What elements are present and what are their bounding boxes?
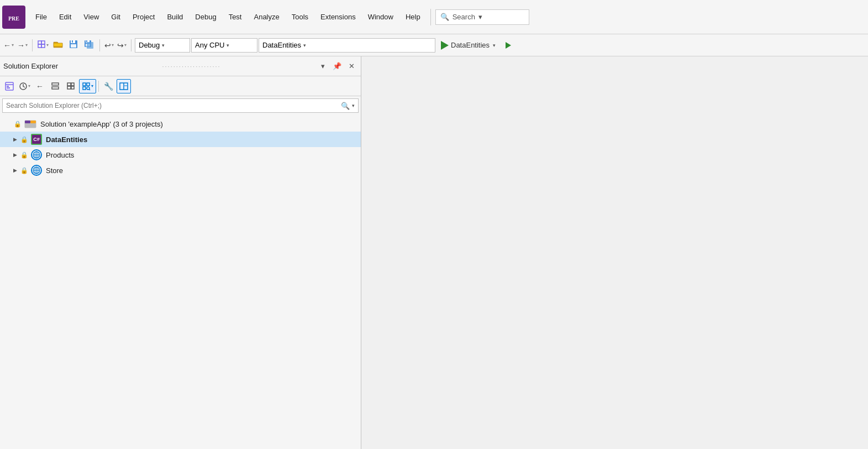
forward-icon: → [17,41,25,50]
search-dropdown-arrow[interactable]: ▾ [352,103,355,108]
play-small-icon [506,42,511,49]
wrench-icon: 🔧 [104,82,113,91]
sync-settings-button[interactable]: ▾ [79,79,96,93]
menu-git[interactable]: Git [106,11,126,23]
auto-hide-button[interactable]: 📌 [331,60,343,72]
dataentities-lock-icon: 🔒 [20,136,28,143]
svg-rect-37 [25,123,36,128]
menu-bar: PRE File Edit View Git Project Build Deb… [0,0,868,34]
menu-window[interactable]: Window [362,11,399,23]
menu-extensions[interactable]: Extensions [315,11,361,23]
project-arrow[interactable]: ▾ [303,43,306,48]
solution-explorer-panel: Solution Explorer ····················· … [0,56,361,449]
project-store-item[interactable]: 🔒 Store [0,163,361,178]
menu-build[interactable]: Build [161,11,188,23]
debug-configuration-dropdown[interactable]: Debug ▾ [135,38,190,53]
search-icon: 🔍 [341,102,350,110]
cpu-arrow[interactable]: ▾ [227,43,229,48]
solution-explorer-title: Solution Explorer [3,62,158,70]
forward-button[interactable]: → ▾ [16,38,29,53]
menu-view[interactable]: View [78,11,104,23]
history-button[interactable]: ▾ [18,79,31,93]
cpu-dropdown[interactable]: Any CPU ▾ [191,38,257,53]
svg-rect-14 [87,42,93,49]
menu-debug[interactable]: Debug [190,11,222,23]
products-expand-arrow[interactable] [11,151,19,159]
se-toolbar-sep [98,81,99,92]
toolbar-sep-1 [32,39,33,51]
store-label: Store [46,166,63,175]
global-search-box[interactable]: 🔍 Search ▾ [435,9,529,25]
history-icon [19,82,28,91]
open-folder-button[interactable] [51,38,65,53]
preview-button[interactable] [64,79,78,93]
preview-icon [66,82,75,91]
svg-line-30 [90,89,91,90]
sync-button[interactable]: ▾ [36,38,50,53]
pending-changes-icon [4,81,14,91]
search-dropdown-arrow[interactable]: ▾ [478,13,482,21]
svg-rect-24 [67,86,71,89]
store-expand-arrow[interactable] [11,166,19,174]
toggle-view-button[interactable] [48,79,62,93]
svg-rect-2 [38,41,41,44]
back-se-icon: ← [36,82,44,91]
close-panel-button[interactable]: ✕ [345,60,357,72]
run-arrow[interactable]: ▾ [493,43,496,48]
solution-icon [24,118,36,130]
pending-changes-button[interactable] [2,79,17,93]
dataentities-label: DataEntities [46,135,87,144]
main-area: Solution Explorer ····················· … [0,56,868,449]
undo-button[interactable]: ↩ ▾ [103,38,115,53]
back-button[interactable]: ← ▾ [2,38,15,53]
solution-root-item[interactable]: 🔒 Solution 'exampleApp' (3 of 3 projects… [0,116,361,132]
toggle-view-icon [51,82,60,91]
save-all-icon [84,40,94,50]
menu-test[interactable]: Test [223,11,248,23]
svg-rect-20 [52,83,59,85]
svg-point-29 [87,87,90,90]
debug-config-arrow[interactable]: ▾ [162,43,165,48]
back-arrow[interactable]: ▾ [12,43,14,48]
svg-rect-17 [7,86,9,87]
svg-rect-13 [86,40,87,42]
menu-project[interactable]: Project [127,11,160,23]
solution-explorer-search[interactable]: 🔍 ▾ [2,98,359,113]
redo-button[interactable]: ↪ ▾ [116,38,128,53]
svg-rect-4 [38,44,41,48]
run-button[interactable]: DataEntities ▾ [436,38,500,53]
menu-edit[interactable]: Edit [54,11,77,23]
run-small-button[interactable] [501,38,515,53]
products-lock-icon: 🔒 [20,152,28,159]
menu-help[interactable]: Help [400,11,426,23]
pin-down-button[interactable]: ▾ [317,60,329,72]
wrench-button[interactable]: 🔧 [101,79,115,93]
solution-explorer-toolbar: ▾ ← [0,76,361,96]
menu-tools[interactable]: Tools [286,11,314,23]
project-products-item[interactable]: 🔒 Products [0,147,361,163]
save-button[interactable] [66,38,81,53]
svg-rect-18 [7,87,10,88]
redo-icon: ↪ [117,41,124,50]
svg-rect-36 [30,121,36,123]
menu-file[interactable]: File [30,11,52,23]
save-icon [69,40,78,50]
back-se-button[interactable]: ← [33,79,47,93]
solution-lock-icon: 🔒 [14,121,22,128]
solution-explorer-search-input[interactable] [6,102,339,109]
project-dropdown[interactable]: DataEntities ▾ [259,38,435,53]
dataentities-expand-arrow[interactable] [11,135,19,143]
vs-logo-icon: PRE [2,6,25,29]
main-content-area [361,56,868,449]
menu-analyze[interactable]: Analyze [248,11,285,23]
products-web-icon [31,149,42,160]
save-all-button[interactable] [82,38,96,53]
forward-arrow[interactable]: ▾ [25,43,28,48]
project-label: DataEntities [262,41,301,49]
store-web-icon [31,165,42,176]
project-dataentities-item[interactable]: 🔒 C# DataEntities [0,132,361,147]
svg-rect-5 [41,44,45,48]
split-view-button[interactable] [117,79,131,93]
svg-rect-27 [87,83,90,86]
search-label: Search [453,13,475,21]
